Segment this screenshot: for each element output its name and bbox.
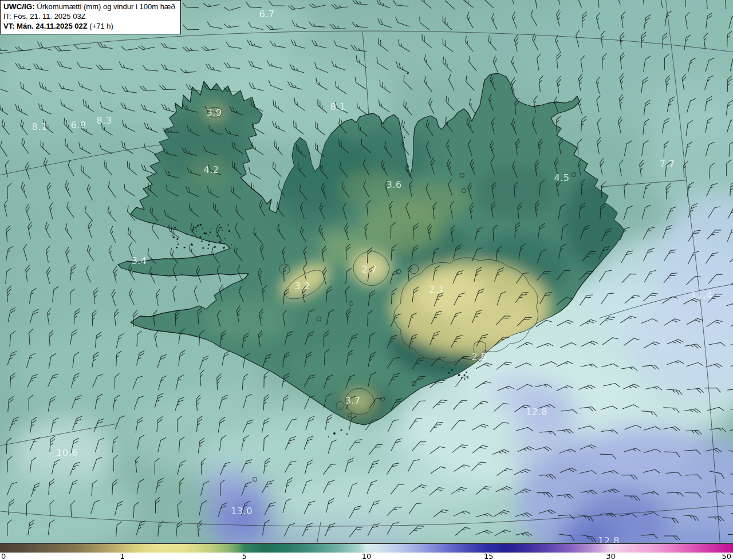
- colorbar-tick-label: 5: [242, 552, 246, 560]
- colorbar-tick-label: 1: [120, 552, 124, 560]
- title-line-init: IT: Fös. 21. 11. 2025 03Z: [3, 12, 175, 22]
- colorbar-tick-row: 01510153050: [0, 553, 733, 560]
- valid-offset: (+71 h): [88, 22, 113, 30]
- title-line-valid: VT: Mán. 24.11.2025 02Z (+71 h): [3, 22, 175, 31]
- colorbar-tick-label: 15: [484, 552, 494, 560]
- title-box: UWC/IG: Úrkomumætti (mm) og vindur i 100…: [0, 0, 181, 34]
- colorbar-tick-label: 10: [362, 552, 372, 560]
- colorbar-gradient: [0, 543, 733, 553]
- colorbar-tick-label: 50: [722, 552, 731, 560]
- colorbar-tick-label: 0: [1, 552, 6, 560]
- product-desc: Úrkomumætti (mm) og vindur i 100m hæð: [35, 2, 175, 11]
- colorbar-tick-label: 30: [606, 552, 616, 560]
- title-line-product: UWC/IG: Úrkomumætti (mm) og vindur i 100…: [3, 2, 175, 12]
- product-id: UWC/IG:: [3, 2, 35, 11]
- wind-barbs-layer: [0, 0, 733, 560]
- weather-map: 6.78.18.16.98.33.94.23.64.57.711.43.42.7…: [0, 0, 733, 560]
- valid-time: VT: Mán. 24.11.2025 02Z: [3, 22, 88, 30]
- colorbar: 01510153050: [0, 543, 733, 560]
